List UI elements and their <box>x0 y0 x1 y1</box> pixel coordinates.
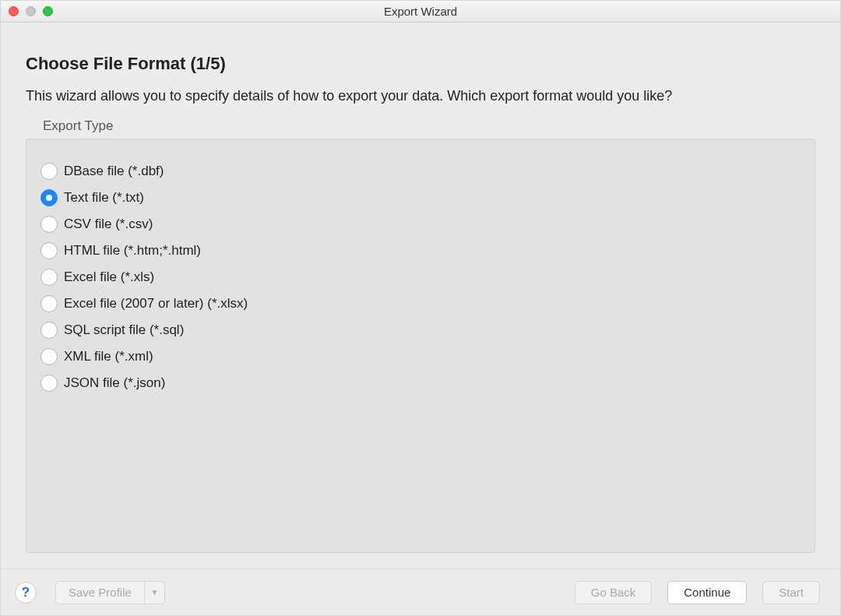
option-label: DBase file (*.dbf) <box>64 164 164 179</box>
help-icon: ? <box>22 585 30 600</box>
button-label: Go Back <box>591 586 636 599</box>
export-type-options: DBase file (*.dbf) Text file (*.txt) CSV… <box>40 163 801 392</box>
radio-icon <box>40 242 58 259</box>
option-label: Excel file (2007 or later) (*.xlsx) <box>64 296 248 312</box>
radio-icon <box>40 269 58 286</box>
chevron-down-icon: ▼ <box>150 588 158 597</box>
group-label-export-type: Export Type <box>43 118 815 134</box>
export-type-panel: DBase file (*.dbf) Text file (*.txt) CSV… <box>26 139 815 553</box>
option-sql[interactable]: SQL script file (*.sql) <box>40 322 801 339</box>
titlebar: Export Wizard <box>1 1 840 23</box>
export-wizard-window: Export Wizard Choose File Format (1/5) T… <box>0 0 841 616</box>
wizard-nav-buttons: Go Back Continue Start <box>575 581 820 604</box>
option-label: SQL script file (*.sql) <box>64 322 184 338</box>
help-button[interactable]: ? <box>15 582 37 604</box>
radio-icon <box>40 322 58 339</box>
option-label: Text file (*.txt) <box>64 190 144 206</box>
option-csv[interactable]: CSV file (*.csv) <box>40 216 801 233</box>
option-json[interactable]: JSON file (*.json) <box>40 375 801 392</box>
option-label: JSON file (*.json) <box>64 375 165 391</box>
button-label: Continue <box>684 586 730 599</box>
option-xlsx[interactable]: Excel file (2007 or later) (*.xlsx) <box>40 295 801 312</box>
radio-icon <box>40 295 58 312</box>
option-txt[interactable]: Text file (*.txt) <box>40 189 801 206</box>
go-back-button[interactable]: Go Back <box>575 581 653 604</box>
page-heading: Choose File Format (1/5) <box>26 54 815 74</box>
option-label: HTML file (*.htm;*.html) <box>64 243 201 259</box>
option-xls[interactable]: Excel file (*.xls) <box>40 269 801 286</box>
page-description: This wizard allows you to specify detail… <box>26 88 815 104</box>
radio-icon <box>40 375 58 392</box>
save-profile-button[interactable]: Save Profile <box>55 581 145 604</box>
wizard-content: Choose File Format (1/5) This wizard all… <box>1 23 840 568</box>
button-label: Save Profile <box>69 586 132 599</box>
button-label: Start <box>779 586 804 599</box>
option-label: XML file (*.xml) <box>64 349 153 364</box>
save-profile-dropdown[interactable]: ▼ <box>145 581 165 604</box>
option-xml[interactable]: XML file (*.xml) <box>40 348 801 365</box>
option-label: CSV file (*.csv) <box>64 216 153 232</box>
radio-icon <box>40 348 58 365</box>
window-title: Export Wizard <box>1 5 840 18</box>
radio-icon <box>40 163 58 180</box>
radio-icon <box>40 189 58 206</box>
radio-icon <box>40 216 58 233</box>
option-label: Excel file (*.xls) <box>64 269 154 285</box>
continue-button[interactable]: Continue <box>667 581 747 604</box>
wizard-footer: ? Save Profile ▼ Go Back Continue Start <box>1 568 840 615</box>
start-button[interactable]: Start <box>762 581 820 604</box>
save-profile-split-button: Save Profile ▼ <box>55 581 165 604</box>
option-html[interactable]: HTML file (*.htm;*.html) <box>40 242 801 259</box>
option-dbf[interactable]: DBase file (*.dbf) <box>40 163 801 180</box>
